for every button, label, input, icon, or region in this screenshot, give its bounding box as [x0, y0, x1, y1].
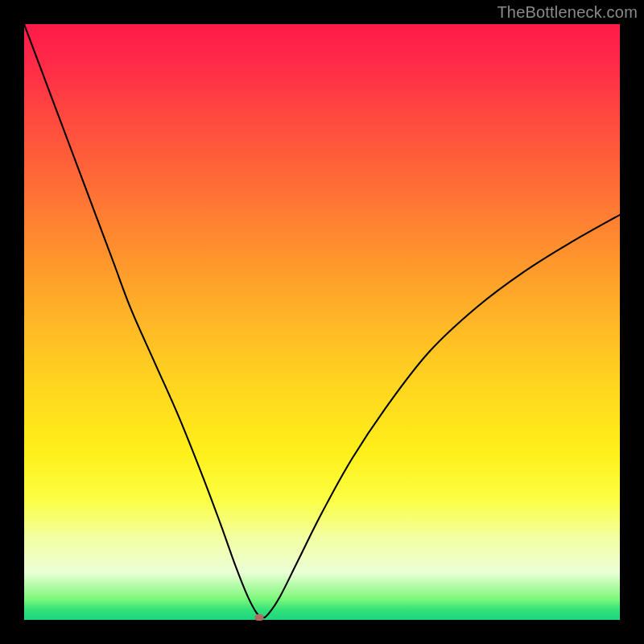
- chart-frame: TheBottleneck.com: [0, 0, 644, 644]
- watermark-text: TheBottleneck.com: [497, 3, 638, 22]
- plot-area: [24, 24, 620, 620]
- bottleneck-curve: [24, 24, 620, 620]
- curve-path: [24, 24, 620, 617]
- optimal-point-marker: [255, 614, 264, 621]
